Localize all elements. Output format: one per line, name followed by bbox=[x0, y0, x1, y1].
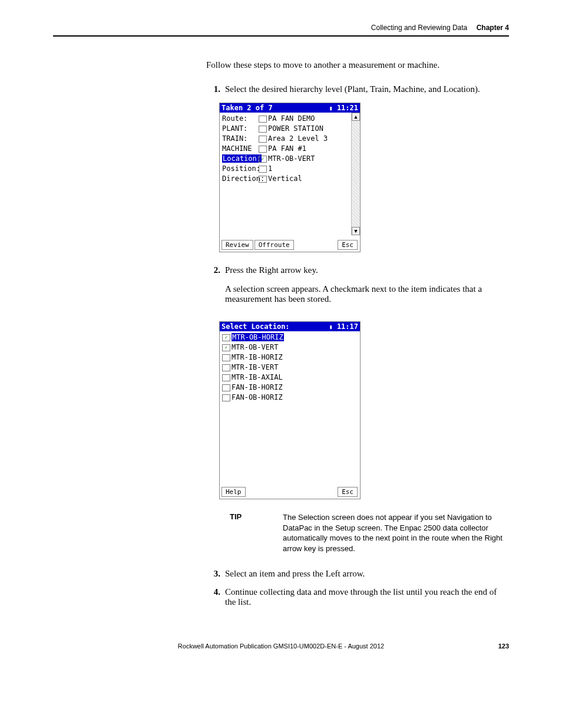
location-item-label: MTR-IB-HORIZ bbox=[232, 353, 283, 361]
location-label: Location: bbox=[222, 154, 262, 163]
device-screenshot-1: Taken 2 of 7 ▮ 11:21 ▲ ▼ Route:PA FAN DE… bbox=[219, 103, 361, 252]
device1-time: ▮ 11:21 bbox=[329, 104, 358, 112]
location-item-label: MTR-OB-VERT bbox=[232, 343, 278, 351]
device1-titlebar: Taken 2 of 7 ▮ 11:21 bbox=[220, 103, 360, 113]
tip-label: TIP bbox=[230, 512, 283, 554]
device1-title: Taken 2 of 7 bbox=[222, 104, 273, 112]
checkbox-icon bbox=[222, 354, 230, 361]
step-4-text: Continue collecting data and move throug… bbox=[225, 587, 509, 607]
location-value: MTR-OB-VERT bbox=[268, 154, 315, 163]
machine-value: PA FAN #1 bbox=[268, 144, 306, 153]
step-2-text: Press the Right arrow key. bbox=[225, 265, 509, 275]
step-1-num: 1. bbox=[206, 84, 220, 94]
location-list-item[interactable]: MTR-OB-VERT bbox=[222, 342, 358, 353]
battery-icon: ▮ bbox=[329, 324, 333, 330]
direction-label: Direction: bbox=[222, 174, 259, 184]
offroute-button[interactable]: Offroute bbox=[254, 240, 294, 250]
step-3-text: Select an item and press the Left arrow. bbox=[225, 569, 509, 579]
chapter-label: Chapter 4 bbox=[477, 24, 509, 32]
scroll-down-button[interactable]: ▼ bbox=[352, 227, 360, 235]
train-label: TRAIN: bbox=[222, 134, 259, 144]
route-value: PA FAN DEMO bbox=[268, 114, 315, 123]
location-item-label: MTR-IB-AXIAL bbox=[232, 373, 283, 381]
location-item-label: FAN-IB-HORIZ bbox=[232, 383, 283, 391]
checkbox-checked-icon bbox=[259, 156, 267, 163]
page-header: Collecting and Reviewing Data Chapter 4 bbox=[53, 24, 509, 37]
tip-text: The Selection screen does not appear if … bbox=[283, 512, 509, 554]
checkbox-icon bbox=[259, 146, 267, 153]
step-1-text: Select the desired hierarchy level (Plan… bbox=[225, 84, 509, 94]
checkbox-icon bbox=[259, 166, 267, 173]
section-title: Collecting and Reviewing Data bbox=[371, 24, 467, 32]
esc-button[interactable]: Esc bbox=[338, 487, 358, 497]
location-list-item[interactable]: MTR-IB-AXIAL bbox=[222, 373, 358, 383]
location-list-item[interactable]: MTR-IB-HORIZ bbox=[222, 353, 358, 363]
device-screenshot-2: Select Location: ▮ 11:17 MTR-OB-HORIZMTR… bbox=[219, 321, 361, 499]
device2-title: Select Location: bbox=[222, 322, 290, 331]
publication-info: Rockwell Automation Publication GMSI10-U… bbox=[178, 643, 384, 650]
machine-label: MACHINE bbox=[222, 144, 259, 154]
position-value: 1 bbox=[268, 164, 272, 173]
step-2-text2: A selection screen appears. A checkmark … bbox=[225, 284, 509, 304]
checkbox-icon bbox=[222, 384, 230, 391]
step-3-num: 3. bbox=[206, 569, 220, 579]
checkbox-icon bbox=[222, 364, 230, 371]
scroll-up-button[interactable]: ▲ bbox=[352, 113, 360, 121]
plant-label: PLANT: bbox=[222, 124, 259, 134]
position-label: Position: bbox=[222, 164, 259, 174]
location-list-item[interactable]: MTR-OB-HORIZ bbox=[222, 332, 358, 342]
device2-time: ▮ 11:17 bbox=[329, 322, 358, 331]
train-value: Area 2 Level 3 bbox=[268, 134, 328, 143]
location-list-item[interactable]: FAN-IB-HORIZ bbox=[222, 383, 358, 393]
intro-text: Follow these steps to move to another a … bbox=[206, 60, 509, 70]
location-item-label: FAN-OB-HORIZ bbox=[232, 393, 283, 401]
direction-value: Vertical bbox=[268, 174, 302, 183]
route-label: Route: bbox=[222, 114, 259, 124]
location-list-item[interactable]: MTR-IB-VERT bbox=[222, 363, 358, 373]
step-4-num: 4. bbox=[206, 587, 220, 607]
location-list-item[interactable]: FAN-OB-HORIZ bbox=[222, 393, 358, 403]
checkbox-icon bbox=[222, 394, 230, 401]
scrollbar[interactable]: ▲ ▼ bbox=[351, 113, 360, 235]
checkbox-icon bbox=[222, 374, 230, 381]
location-item-label: MTR-OB-HORIZ bbox=[232, 333, 284, 341]
checkbox-icon bbox=[259, 116, 267, 123]
step-2-num: 2. bbox=[206, 265, 220, 313]
checkbox-icon bbox=[259, 126, 267, 133]
page-footer: Rockwell Automation Publication GMSI10-U… bbox=[53, 643, 509, 650]
tip-block: TIP The Selection screen does not appear… bbox=[230, 512, 509, 554]
checkbox-icon bbox=[259, 136, 267, 143]
esc-button[interactable]: Esc bbox=[338, 240, 358, 250]
location-item-label: MTR-IB-VERT bbox=[232, 363, 278, 371]
battery-icon: ▮ bbox=[329, 105, 333, 111]
checkbox-icon bbox=[259, 176, 267, 183]
help-button[interactable]: Help bbox=[222, 487, 246, 497]
page-number: 123 bbox=[498, 643, 509, 650]
plant-value: POWER STATION bbox=[268, 124, 323, 133]
checkbox-checked-icon bbox=[222, 334, 230, 341]
device2-titlebar: Select Location: ▮ 11:17 bbox=[220, 322, 360, 331]
checkbox-checked-icon bbox=[222, 344, 230, 351]
review-button[interactable]: Review bbox=[222, 240, 253, 250]
